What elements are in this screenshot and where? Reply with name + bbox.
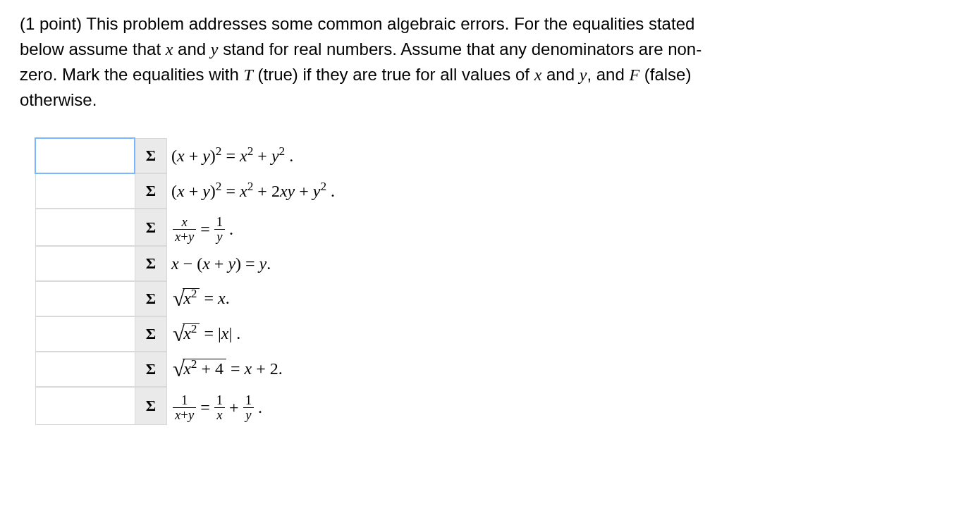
answer-cell (35, 316, 135, 352)
answer-cell (35, 387, 135, 424)
answer-input[interactable] (40, 320, 130, 348)
equation-text: (x + y)2 = x2 + y2 . (167, 138, 339, 173)
answer-cell (35, 209, 135, 246)
answer-input[interactable] (40, 214, 130, 242)
answer-input[interactable] (40, 392, 130, 420)
equation-text: xx+y=1y. (167, 209, 339, 246)
sigma-icon[interactable]: Σ (135, 281, 167, 316)
question-row: Σ(x + y)2 = x2 + y2 . (35, 138, 339, 173)
sigma-icon[interactable]: Σ (135, 246, 167, 281)
equation-text: √x2 = x. (167, 281, 339, 316)
answer-cell (35, 352, 135, 387)
sigma-icon[interactable]: Σ (135, 138, 167, 173)
equation-text: (x + y)2 = x2 + 2xy + y2 . (167, 173, 339, 209)
question-row: Σ√x2 = |x| . (35, 316, 339, 352)
answer-input[interactable] (40, 355, 130, 383)
sigma-icon[interactable]: Σ (135, 209, 167, 246)
sigma-icon[interactable]: Σ (135, 387, 167, 424)
equation-text: x − (x + y) = y. (167, 246, 339, 281)
problem-statement: (1 point) This problem addresses some co… (20, 11, 725, 113)
answer-cell (35, 281, 135, 316)
question-row: Σ1x+y=1x+1y. (35, 387, 339, 424)
sigma-icon[interactable]: Σ (135, 173, 167, 209)
question-row: Σ√x2 + 4 = x + 2. (35, 352, 339, 387)
question-table: Σ(x + y)2 = x2 + y2 .Σ(x + y)2 = x2 + 2x… (35, 138, 339, 425)
sigma-icon[interactable]: Σ (135, 316, 167, 352)
question-row: Σx − (x + y) = y. (35, 246, 339, 281)
answer-input[interactable] (40, 249, 130, 278)
sigma-icon[interactable]: Σ (135, 352, 167, 387)
question-row: Σxx+y=1y. (35, 209, 339, 246)
answer-cell (35, 138, 135, 173)
question-row: Σ√x2 = x. (35, 281, 339, 316)
answer-input[interactable] (40, 142, 130, 170)
answer-cell (35, 246, 135, 281)
equation-text: √x2 + 4 = x + 2. (167, 352, 339, 387)
equation-text: √x2 = |x| . (167, 316, 339, 352)
equation-text: 1x+y=1x+1y. (167, 387, 339, 424)
answer-input[interactable] (40, 285, 130, 313)
question-row: Σ(x + y)2 = x2 + 2xy + y2 . (35, 173, 339, 209)
answer-cell (35, 173, 135, 209)
answer-input[interactable] (40, 177, 130, 205)
